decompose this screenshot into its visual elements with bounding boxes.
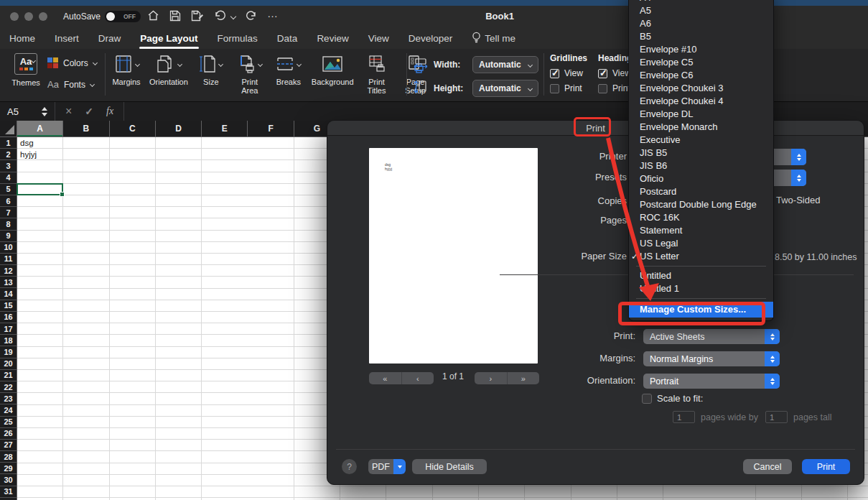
- orientation-dropdown[interactable]: Portrait: [643, 374, 780, 389]
- row-header-16[interactable]: 16: [0, 312, 17, 323]
- home-icon[interactable]: [147, 9, 159, 22]
- first-page-button[interactable]: «: [369, 372, 401, 384]
- save-as-icon[interactable]: [191, 10, 204, 22]
- scale-to-fit-checkbox[interactable]: [642, 394, 652, 404]
- menu-item-a6[interactable]: A6: [629, 17, 773, 30]
- more-toolbar-options-icon[interactable]: …: [267, 7, 279, 19]
- gridlines-print-checkbox[interactable]: Print: [550, 83, 587, 93]
- column-header-f[interactable]: F: [248, 121, 294, 136]
- column-header-b[interactable]: B: [63, 121, 109, 136]
- row-header-13[interactable]: 13: [0, 277, 17, 288]
- cancel-entry-icon[interactable]: ×: [65, 105, 72, 118]
- autosave-toggle[interactable]: OFF: [105, 11, 141, 22]
- tab-view[interactable]: View: [368, 29, 390, 47]
- tab-insert[interactable]: Insert: [54, 29, 80, 47]
- column-header-c[interactable]: C: [110, 121, 156, 136]
- menu-item-a5[interactable]: A5: [629, 4, 773, 17]
- row-header-29[interactable]: 29: [0, 463, 17, 474]
- row-header-4[interactable]: 4: [0, 172, 17, 184]
- menu-item-b5[interactable]: B5: [629, 30, 773, 43]
- undo-icon[interactable]: [214, 10, 227, 22]
- tab-tell-me[interactable]: Tell me: [471, 28, 516, 49]
- menu-item-jis-b5[interactable]: JIS B5: [629, 147, 773, 159]
- width-dropdown[interactable]: Automatic: [472, 56, 538, 73]
- menu-item-envelope-choukei-3[interactable]: Envelope Choukei 3: [629, 82, 773, 95]
- tab-developer[interactable]: Developer: [408, 29, 454, 47]
- row-header-10[interactable]: 10: [0, 242, 17, 254]
- tab-review[interactable]: Review: [316, 29, 349, 47]
- row-header-31[interactable]: 31: [0, 486, 17, 498]
- orientation-button[interactable]: Orientation: [149, 52, 188, 95]
- colors-button[interactable]: Colors: [47, 57, 97, 68]
- tab-draw[interactable]: Draw: [98, 29, 122, 47]
- menu-item-postcard[interactable]: Postcard: [629, 185, 773, 198]
- dialog-titlebar[interactable]: Print: [327, 121, 864, 136]
- help-button[interactable]: ?: [342, 459, 357, 474]
- column-header-a[interactable]: A: [17, 121, 63, 136]
- menu-item-envelope-choukei-4[interactable]: Envelope Choukei 4: [629, 95, 773, 108]
- menu-item-jis-b6[interactable]: JIS B6: [629, 159, 773, 172]
- print-button[interactable]: Print: [802, 459, 850, 474]
- row-header-9[interactable]: 9: [0, 231, 17, 242]
- menu-item-envelope-c5[interactable]: Envelope C5: [629, 56, 773, 69]
- redo-icon[interactable]: [246, 10, 257, 22]
- select-all-corner[interactable]: [0, 121, 17, 137]
- previous-page-button[interactable]: ‹: [401, 372, 434, 384]
- column-header-d[interactable]: D: [156, 121, 202, 136]
- row-header-15[interactable]: 15: [0, 300, 17, 312]
- row-header-11[interactable]: 11: [0, 254, 17, 265]
- breaks-button[interactable]: Breaks: [273, 52, 304, 95]
- fonts-button[interactable]: Aa Fonts: [47, 79, 94, 90]
- row-header-20[interactable]: 20: [0, 358, 17, 370]
- tab-home[interactable]: Home: [9, 29, 36, 47]
- tab-formulas[interactable]: Formulas: [217, 29, 258, 47]
- row-header-12[interactable]: 12: [0, 265, 17, 277]
- confirm-entry-icon[interactable]: ✓: [85, 106, 93, 117]
- menu-item-statement[interactable]: Statement: [629, 224, 773, 237]
- pages-tall-field[interactable]: 1: [765, 411, 788, 423]
- menu-item-untitled-1[interactable]: Untitled 1: [629, 282, 773, 295]
- menu-item-envelope-10[interactable]: Envelope #10: [629, 43, 773, 56]
- tab-data[interactable]: Data: [276, 29, 299, 47]
- menu-item-roc-16k[interactable]: ROC 16K: [629, 211, 773, 224]
- row-header-1[interactable]: 1: [0, 137, 17, 149]
- row-header-17[interactable]: 17: [0, 323, 17, 335]
- pages-wide-field[interactable]: 1: [673, 411, 695, 423]
- row-header-25[interactable]: 25: [0, 417, 17, 428]
- row-header-26[interactable]: 26: [0, 428, 17, 440]
- row-header-28[interactable]: 28: [0, 451, 17, 463]
- row-header-19[interactable]: 19: [0, 346, 17, 358]
- menu-item-envelope-monarch[interactable]: Envelope Monarch: [629, 121, 773, 134]
- row-header-14[interactable]: 14: [0, 288, 17, 300]
- print-area-button[interactable]: Print Area: [234, 52, 266, 95]
- row-header-24[interactable]: 24: [0, 404, 17, 416]
- row-header-5[interactable]: 5: [0, 184, 17, 195]
- menu-item-manage-custom-sizes[interactable]: Manage Custom Sizes...: [629, 302, 773, 318]
- menu-item-executive[interactable]: Executive: [629, 134, 773, 147]
- row-header-7[interactable]: 7: [0, 207, 17, 218]
- save-icon[interactable]: [169, 10, 181, 22]
- themes-button[interactable]: Aa Themes: [7, 53, 45, 87]
- menu-item-postcard-double-long-edge[interactable]: Postcard Double Long Edge: [629, 198, 773, 211]
- next-page-button[interactable]: ›: [475, 372, 507, 384]
- close-window-button[interactable]: [10, 12, 19, 21]
- row-header-6[interactable]: 6: [0, 195, 17, 207]
- row-header-2[interactable]: 2: [0, 149, 17, 160]
- row-header-30[interactable]: 30: [0, 474, 17, 486]
- margins-dropdown[interactable]: Normal Margins: [643, 351, 780, 366]
- name-box[interactable]: A5: [0, 106, 42, 117]
- minimize-window-button[interactable]: [24, 12, 33, 21]
- zoom-window-button[interactable]: [39, 12, 47, 21]
- menu-item-us-letter[interactable]: ✓US Letter: [629, 250, 773, 263]
- menu-item-oficio[interactable]: Oficio: [629, 172, 773, 185]
- tab-page-layout[interactable]: Page Layout: [139, 29, 198, 47]
- pdf-button[interactable]: PDF: [368, 459, 406, 474]
- background-button[interactable]: Background: [312, 52, 354, 95]
- height-dropdown[interactable]: Automatic: [472, 80, 538, 97]
- hide-details-button[interactable]: Hide Details: [412, 459, 487, 474]
- row-header-8[interactable]: 8: [0, 218, 17, 230]
- row-header-3[interactable]: 3: [0, 160, 17, 172]
- size-button[interactable]: Size: [195, 52, 227, 95]
- selected-cell-outline[interactable]: [17, 183, 63, 195]
- column-header-e[interactable]: E: [202, 121, 248, 136]
